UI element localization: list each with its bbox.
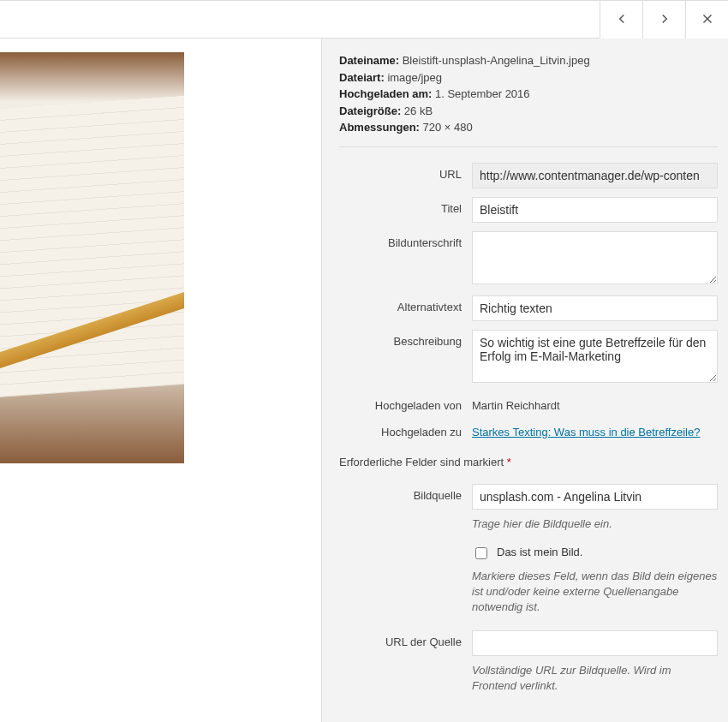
filesize-label: Dateigröße: [339, 104, 401, 117]
uploaded-to-label: Hochgeladen zu [339, 421, 472, 439]
url-input[interactable] [472, 163, 718, 188]
dimensions-label: Abmessungen: [339, 121, 420, 134]
alt-input[interactable] [472, 295, 718, 321]
chevron-left-icon [614, 11, 630, 29]
file-meta: Dateiname: Bleistift-unsplash-Angelina_L… [339, 52, 718, 147]
next-button[interactable] [642, 1, 685, 39]
uploaded-to-link[interactable]: Starkes Texting: Was muss in die Betreff… [472, 426, 700, 439]
close-icon [700, 11, 715, 29]
my-image-checkbox[interactable] [475, 547, 487, 559]
required-asterisk: * [507, 456, 511, 468]
caption-textarea[interactable] [472, 231, 718, 284]
url-source-hint: Vollständige URL zur Bildquelle. Wird im… [472, 663, 718, 694]
chevron-right-icon [657, 11, 672, 29]
bildquelle-input[interactable] [472, 484, 718, 510]
bildquelle-label: Bildquelle [339, 484, 472, 502]
url-source-label: URL der Quelle [339, 630, 472, 648]
bildquelle-hint: Trage hier die Bildquelle ein. [472, 516, 718, 532]
url-label: URL [339, 163, 472, 181]
prev-button[interactable] [600, 1, 642, 39]
modal-topbar [0, 1, 728, 39]
uploaded-on-value: 1. September 2016 [435, 87, 530, 100]
details-pane: Dateiname: Bleistift-unsplash-Angelina_L… [321, 39, 728, 722]
my-image-label: Das ist mein Bild. [497, 546, 582, 558]
caption-label: Bildunterschrift [339, 231, 472, 249]
uploaded-by-value: Martin Reichhardt [472, 394, 718, 412]
alt-label: Alternativtext [339, 295, 472, 313]
media-details-modal: Dateiname: Bleistift-unsplash-Angelina_L… [0, 0, 728, 722]
preview-pane [0, 39, 321, 722]
filetype-label: Dateiart: [339, 71, 385, 84]
dimensions-value: 720 × 480 [423, 121, 473, 134]
desc-textarea[interactable]: So wichtig ist eine gute Betreffzeile fü… [472, 330, 718, 383]
desc-label: Beschreibung [339, 330, 472, 348]
attachment-preview[interactable] [0, 52, 184, 463]
filename-label: Dateiname: [339, 54, 399, 67]
my-image-hint: Markiere dieses Feld, wenn das Bild dein… [472, 569, 718, 616]
title-label: Titel [339, 197, 472, 215]
uploaded-on-label: Hochgeladen am: [339, 87, 432, 100]
filename-value: Bleistift-unsplash-Angelina_Litvin.jpeg [403, 54, 590, 67]
close-button[interactable] [685, 1, 728, 39]
uploaded-by-label: Hochgeladen von [339, 394, 472, 412]
filesize-value: 26 kB [404, 104, 433, 117]
modal-body: Dateiname: Bleistift-unsplash-Angelina_L… [0, 39, 728, 722]
required-fields-note: Erforderliche Felder sind markiert * [339, 456, 718, 468]
filetype-value: image/jpeg [387, 71, 442, 84]
url-source-input[interactable] [472, 630, 718, 656]
title-input[interactable] [472, 197, 718, 223]
